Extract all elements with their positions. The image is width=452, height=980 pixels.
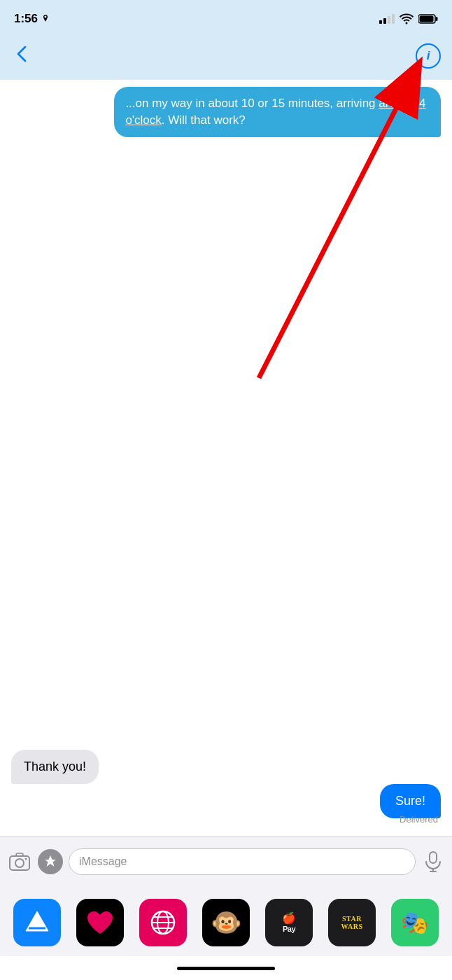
message-bubble-incoming: Thank you! xyxy=(11,750,99,784)
svg-rect-1 xyxy=(436,17,438,21)
mic-button[interactable] xyxy=(421,850,445,874)
dock-app-monkey[interactable]: 🐵 xyxy=(202,899,250,946)
time-text: 1:56 xyxy=(14,12,38,26)
dock-app-last[interactable]: 🎭 xyxy=(391,899,439,946)
back-button[interactable] xyxy=(11,43,32,69)
app-dock: 🐵 🍎 Pay STAR WARS 🎭 xyxy=(0,886,452,956)
app-container: 1:56 xyxy=(0,0,452,980)
svg-rect-2 xyxy=(420,16,434,22)
message-input[interactable]: iMessage xyxy=(69,848,416,875)
svg-rect-7 xyxy=(430,852,437,863)
camera-button[interactable] xyxy=(7,849,32,874)
home-indicator xyxy=(0,956,452,980)
dock-app-starwars[interactable]: STAR WARS xyxy=(328,899,376,946)
chat-spacer xyxy=(11,137,441,750)
status-time: 1:56 xyxy=(14,12,50,26)
bubble-out-text: Sure! xyxy=(395,794,425,808)
bubble-text-suffix: . Will that work? xyxy=(162,113,246,127)
delivered-label: Delivered xyxy=(400,814,438,825)
wifi-icon xyxy=(400,13,414,24)
svg-rect-5 xyxy=(16,853,23,856)
location-icon xyxy=(41,15,50,23)
message-bubble-outgoing-top: ...on my way in about 10 or 15 minutes, … xyxy=(114,87,441,137)
dock-app-valentines[interactable] xyxy=(76,899,124,946)
info-button[interactable]: i xyxy=(416,43,441,69)
svg-point-4 xyxy=(15,859,24,867)
bubble-text-prefix: ...on my way in about 10 or 15 minutes, … xyxy=(125,97,379,110)
dock-app-search[interactable] xyxy=(139,899,187,946)
dock-app-applepay[interactable]: 🍎 Pay xyxy=(265,899,313,946)
home-bar xyxy=(177,967,275,970)
signal-icon xyxy=(379,14,395,24)
bubble-in-text: Thank you! xyxy=(24,760,86,774)
chat-body: ...on my way in about 10 or 15 minutes, … xyxy=(0,80,452,836)
status-icons xyxy=(379,13,438,24)
delivered-status: Delivered xyxy=(400,814,441,825)
nav-bar: i xyxy=(0,38,452,80)
battery-icon xyxy=(418,14,438,24)
input-placeholder: iMessage xyxy=(79,855,127,868)
dock-app-appstore[interactable] xyxy=(13,899,61,946)
svg-point-6 xyxy=(25,858,27,860)
input-bar: iMessage xyxy=(0,836,452,886)
info-icon: i xyxy=(427,49,430,63)
status-bar: 1:56 xyxy=(0,0,452,38)
message-bubble-outgoing-bottom: Sure! xyxy=(380,784,441,818)
app-drawer-button[interactable] xyxy=(38,849,63,874)
